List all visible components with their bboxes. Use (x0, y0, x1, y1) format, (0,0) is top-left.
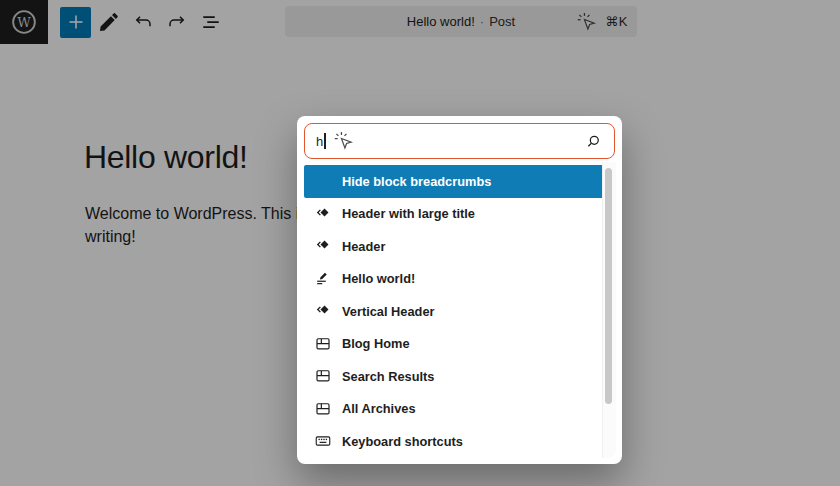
command-item-label: Header (342, 239, 385, 254)
command-item-blog-home[interactable]: Blog Home (304, 328, 604, 361)
empty-icon-slot (314, 172, 332, 190)
command-search-input[interactable]: h (304, 123, 615, 159)
click-cursor-icon (332, 130, 354, 152)
command-item-keyboard-shortcuts[interactable]: Keyboard shortcuts (304, 425, 604, 458)
command-item-label: Keyboard shortcuts (342, 434, 463, 449)
command-item-search-results[interactable]: Search Results (304, 360, 604, 393)
command-item-label: Search Results (342, 369, 434, 384)
template-icon (314, 367, 332, 385)
search-icon (584, 132, 603, 151)
search-input-value: h (316, 134, 323, 149)
command-item-label: Header with large title (342, 206, 475, 221)
keyboard-icon (314, 432, 332, 450)
command-item-label: Hello world! (342, 271, 415, 286)
command-item-label: All Archives (342, 401, 416, 416)
command-item-hide-block-breadcrumbs[interactable]: Hide block breadcrumbs (304, 165, 604, 198)
command-item-header-with-large-title[interactable]: Header with large title (304, 198, 604, 231)
template-icon (314, 400, 332, 418)
command-results-list: Hide block breadcrumbs Header with large… (297, 163, 622, 458)
template-part-icon (314, 302, 332, 320)
command-item-label: Vertical Header (342, 304, 434, 319)
command-item-hello-world[interactable]: Hello world! (304, 263, 604, 296)
command-item-all-archives[interactable]: All Archives (304, 393, 604, 426)
template-part-icon (314, 237, 332, 255)
template-part-icon (314, 205, 332, 223)
post-icon (314, 270, 332, 288)
command-item-vertical-header[interactable]: Vertical Header (304, 295, 604, 328)
command-search-wrap: h (297, 116, 622, 163)
command-item-label: Hide block breadcrumbs (342, 174, 491, 189)
modal-scrollbar-thumb[interactable] (605, 168, 612, 404)
command-item-label: Blog Home (342, 336, 410, 351)
text-caret (324, 133, 326, 149)
command-item-header[interactable]: Header (304, 230, 604, 263)
command-palette-modal: h Hide block breadcrumbs Header with lar… (297, 116, 622, 464)
template-icon (314, 335, 332, 353)
